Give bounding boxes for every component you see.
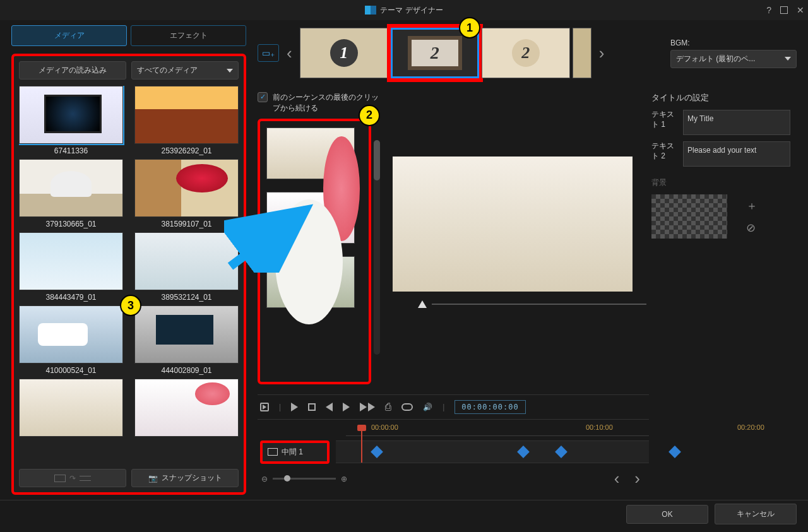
keyframe-icon[interactable]	[517, 446, 530, 458]
chevron-down-icon	[785, 57, 791, 61]
title-settings-header: タイトルの設定	[651, 92, 790, 103]
timeline-insert-button[interactable]: ↷	[19, 469, 126, 487]
track-label: 中間 1	[282, 447, 303, 458]
ruler-tick: 00:00:00	[371, 423, 398, 431]
media-thumb[interactable]	[134, 305, 239, 364]
background-label: 背景	[651, 178, 679, 188]
clear-background-button[interactable]: ⊘	[746, 221, 758, 235]
prev-sequence-button[interactable]: ‹	[282, 44, 297, 63]
media-thumb[interactable]	[19, 232, 123, 290]
annotation-badge-1: 1	[459, 17, 480, 38]
timeline-scroll-left[interactable]: ‹	[609, 469, 625, 488]
media-panel: メディアの読み込み すべてのメディア 67411336 253926292_01…	[11, 54, 246, 495]
tab-media[interactable]: メディア	[11, 25, 127, 46]
next-sequence-button[interactable]: ›	[594, 44, 610, 63]
zoom-slider[interactable]	[273, 478, 336, 480]
media-label: 444002809_01	[134, 366, 239, 375]
clip-icon	[54, 475, 66, 482]
media-thumb[interactable]	[19, 379, 123, 437]
tab-effects[interactable]: エフェクト	[131, 25, 246, 46]
camera-icon: 📷	[148, 474, 158, 483]
media-grid: 67411336 253926292_01 379130665_01 38159…	[19, 86, 239, 464]
chevron-down-icon	[227, 69, 233, 73]
window-title: テーマ デザイナー	[380, 5, 443, 16]
media-label: 384443479_01	[19, 293, 123, 302]
media-label: 253926292_01	[134, 146, 239, 155]
fast-forward-button[interactable]	[360, 403, 375, 411]
media-thumb[interactable]	[134, 86, 239, 144]
seek-knob-icon	[418, 300, 427, 308]
sequence-thumb-4[interactable]	[573, 28, 591, 78]
ruler-tick: 00:20:00	[737, 423, 764, 431]
media-thumb[interactable]	[134, 159, 239, 217]
prev-frame-button[interactable]	[326, 403, 333, 411]
preview-seek-slider[interactable]	[393, 300, 649, 308]
sequence-strip: ▭₊ ‹ 1 2 2 › BGM: デフォルト (最初のペ...	[258, 25, 797, 81]
timeline-scroll-right[interactable]: ›	[629, 469, 645, 488]
next-frame-button[interactable]	[343, 403, 350, 411]
zoom-in-button[interactable]: ⊕	[341, 475, 347, 483]
media-thumb[interactable]	[134, 379, 239, 437]
annotation-badge-3: 3	[120, 295, 141, 316]
close-icon[interactable]: ✕	[797, 5, 804, 15]
ruler-tick: 00:10:00	[586, 423, 613, 431]
help-icon[interactable]: ?	[766, 5, 771, 15]
play-range-button[interactable]	[260, 403, 269, 411]
preview-viewport	[393, 157, 633, 292]
play-button[interactable]	[291, 403, 298, 411]
timeline: 00:00:00 00:10:00 00:20:00 中間 1	[258, 420, 649, 495]
media-label: 379130665_01	[19, 220, 123, 228]
text2-input[interactable]: Please add your text	[683, 141, 790, 167]
volume-icon[interactable]: 🔊	[423, 403, 432, 411]
track-header[interactable]: 中間 1	[260, 440, 330, 464]
continue-previous-checkbox[interactable]: ✓	[258, 92, 268, 102]
annotation-badge-2: 2	[359, 105, 380, 126]
text1-input[interactable]: My Title	[683, 110, 790, 135]
timeline-track[interactable]	[336, 440, 649, 463]
sequence-thumb-1[interactable]: 1	[300, 28, 388, 78]
zoom-out-button[interactable]: ⊖	[261, 475, 268, 483]
stop-button[interactable]	[308, 403, 316, 411]
add-sequence-button[interactable]: ▭₊	[258, 44, 279, 62]
media-label: 410000524_01	[19, 366, 123, 375]
ok-button[interactable]: OK	[626, 505, 708, 524]
arrow-down-icon: ↷	[69, 474, 76, 483]
media-label: 389532124_01	[134, 293, 239, 302]
maximize-icon[interactable]	[780, 6, 788, 14]
annotation-arrow-icon	[224, 197, 325, 273]
text2-label: テキスト 2	[651, 141, 679, 161]
media-thumb[interactable]	[19, 305, 123, 364]
media-thumb[interactable]	[134, 232, 239, 290]
camera-icon[interactable]: ⎙	[385, 401, 391, 413]
import-media-button[interactable]: メディアの読み込み	[19, 61, 126, 80]
keyframe-icon[interactable]	[555, 446, 567, 458]
loop-button[interactable]	[401, 403, 413, 411]
background-preview[interactable]	[651, 194, 727, 239]
playback-controls: | ⎙ 🔊 | 00:00:00:00	[258, 394, 649, 420]
add-background-button[interactable]: ＋	[746, 198, 758, 213]
media-thumb[interactable]	[19, 86, 123, 144]
bgm-dropdown[interactable]: デフォルト (最初のペ...	[670, 50, 797, 68]
svg-line-0	[230, 210, 306, 266]
media-label: 67411336	[19, 146, 123, 155]
sequence-thumb-3[interactable]: 2	[482, 28, 570, 78]
timeline-ruler[interactable]: 00:00:00 00:10:00 00:20:00	[346, 422, 649, 436]
timecode-display[interactable]: 00:00:00:00	[454, 400, 525, 414]
media-label: 381599107_01	[134, 220, 239, 228]
titlebar: テーマ デザイナー ? ✕	[0, 0, 808, 20]
cancel-button[interactable]: キャンセル	[715, 504, 797, 524]
media-filter-dropdown[interactable]: すべてのメディア	[131, 61, 239, 80]
text1-label: テキスト 1	[651, 110, 679, 129]
bgm-label: BGM:	[670, 38, 797, 47]
media-thumb[interactable]	[19, 159, 123, 217]
playhead[interactable]	[361, 427, 362, 463]
clip-list-scrollbar[interactable]	[374, 140, 380, 355]
track-icon	[268, 448, 278, 456]
keyframe-icon[interactable]	[371, 446, 383, 458]
snapshot-button[interactable]: 📷 スナップショット	[131, 469, 239, 487]
track-icon	[80, 476, 91, 481]
app-logo-icon	[365, 6, 376, 15]
